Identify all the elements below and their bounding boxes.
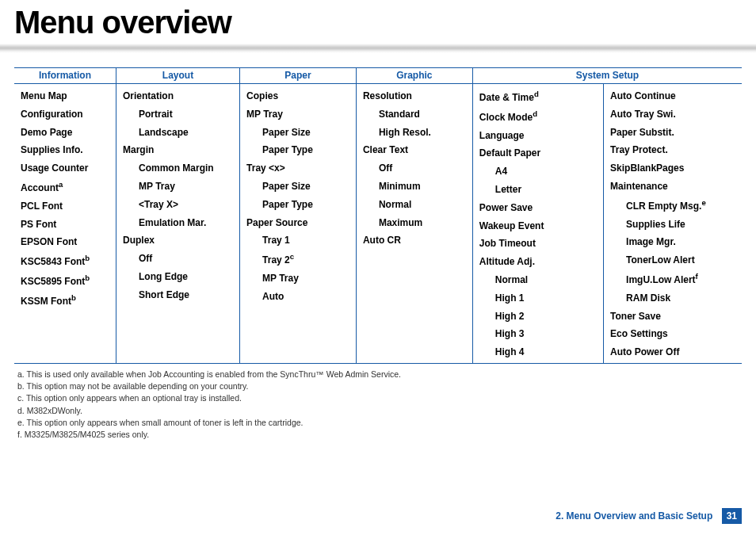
- footnotes: a. This is used only available when Job …: [17, 369, 742, 441]
- menu-item: Orientation: [123, 87, 233, 105]
- menu-item: Auto Tray Swi.: [610, 105, 735, 124]
- footnote: c. This option only appears when an opti…: [17, 392, 742, 404]
- footer-chapter: 2. Menu Overview and Basic Setup: [556, 510, 712, 522]
- menu-item: Off: [123, 250, 233, 268]
- page-title: Menu overview: [0, 0, 756, 44]
- menu-item: PS Font: [21, 216, 109, 234]
- col-system-2: Auto ContinueAuto Tray Swi.Paper Substit…: [604, 84, 742, 364]
- menu-item: High 2: [479, 308, 597, 326]
- menu-item: MP Tray: [246, 105, 349, 124]
- menu-item: Portrait: [123, 105, 233, 124]
- menu-item: Tray <x>: [246, 159, 349, 178]
- menu-item: <Tray X>: [123, 196, 233, 214]
- menu-table-area: Information Layout Paper Graphic System …: [14, 67, 742, 364]
- menu-item: Normal: [363, 196, 466, 214]
- menu-item: Auto Continue: [610, 87, 735, 105]
- col-information: Menu MapConfigurationDemo PageSupplies I…: [14, 84, 116, 364]
- menu-item: Supplies Info.: [21, 141, 109, 159]
- col-graphic: ResolutionStandardHigh Resol.Clear TextO…: [356, 84, 472, 364]
- menu-item: Copies: [246, 87, 349, 105]
- menu-item: Short Edge: [123, 286, 233, 304]
- menu-item: Paper Size: [246, 124, 349, 142]
- menu-item: Standard: [363, 105, 466, 124]
- menu-item: High 4: [479, 343, 597, 361]
- footnote: e. This option only appears when small a…: [17, 417, 742, 429]
- menu-item: Paper Type: [246, 141, 349, 159]
- menu-item: ImgU.Low Alertf: [610, 269, 735, 289]
- menu-item: TonerLow Alert: [610, 251, 735, 269]
- menu-item: Usage Counter: [21, 159, 109, 178]
- menu-item: KSSM Fontb: [21, 291, 109, 311]
- menu-item: Normal: [479, 271, 597, 289]
- col-layout: OrientationPortraitLandscapeMarginCommon…: [116, 84, 240, 364]
- col-header-paper: Paper: [240, 68, 357, 84]
- menu-item: Minimum: [363, 178, 466, 196]
- menu-item: Resolution: [363, 87, 466, 105]
- menu-item: RAM Disk: [610, 289, 735, 308]
- menu-item: Configuration: [21, 105, 109, 124]
- menu-item: High Resol.: [363, 124, 466, 142]
- menu-item: Landscape: [123, 124, 233, 142]
- menu-item: Maximum: [363, 214, 466, 232]
- col-header-system: System Setup: [472, 68, 742, 84]
- menu-item: EPSON Font: [21, 233, 109, 251]
- menu-item: Paper Size: [246, 178, 349, 196]
- menu-item: Accounta: [21, 178, 109, 197]
- menu-item: CLR Empty Msg.e: [610, 196, 735, 216]
- col-header-graphic: Graphic: [356, 68, 472, 84]
- footnote: f. M3325/M3825/M4025 series only.: [17, 429, 742, 441]
- footnote: d. M382xDWonly.: [17, 405, 742, 417]
- menu-item: Image Mgr.: [610, 233, 735, 251]
- menu-item: High 3: [479, 325, 597, 343]
- menu-item: Tray 1: [246, 231, 349, 250]
- menu-item: Altitude Adj.: [479, 253, 597, 271]
- menu-item: KSC5895 Fontb: [21, 271, 109, 291]
- page-footer: 2. Menu Overview and Basic Setup 31: [556, 508, 742, 524]
- footer-page-number: 31: [722, 508, 742, 524]
- menu-item: KSC5843 Fontb: [21, 251, 109, 271]
- menu-item: Long Edge: [123, 268, 233, 286]
- menu-item: Wakeup Event: [479, 217, 597, 235]
- col-header-information: Information: [14, 68, 116, 84]
- menu-item: Auto CR: [363, 231, 466, 250]
- col-system-1: Date & TimedClock ModedLanguageDefault P…: [472, 84, 603, 364]
- menu-item: Language: [479, 127, 597, 145]
- menu-item: Menu Map: [21, 87, 109, 105]
- menu-item: Common Margin: [123, 159, 233, 178]
- menu-item: Demo Page: [21, 124, 109, 142]
- title-underline: [0, 44, 756, 53]
- menu-item: Clear Text: [363, 141, 466, 159]
- menu-item: Margin: [123, 141, 233, 159]
- menu-item: Maintenance: [610, 178, 735, 196]
- menu-item: Supplies Life: [610, 216, 735, 234]
- menu-item: Emulation Mar.: [123, 214, 233, 232]
- menu-item: PCL Font: [21, 197, 109, 216]
- menu-item: High 1: [479, 289, 597, 308]
- menu-item: SkipBlankPages: [610, 159, 735, 178]
- menu-item: A4: [479, 162, 597, 181]
- menu-item: Default Paper: [479, 144, 597, 162]
- menu-item: Clock Moded: [479, 107, 597, 127]
- menu-item: Off: [363, 159, 466, 178]
- menu-item: Job Timeout: [479, 235, 597, 253]
- menu-table: Information Layout Paper Graphic System …: [14, 67, 742, 364]
- menu-item: Tray 2c: [246, 250, 349, 269]
- menu-item: Auto: [246, 288, 349, 306]
- menu-item: Paper Source: [246, 214, 349, 232]
- menu-item: Paper Substit.: [610, 124, 735, 142]
- menu-item: Duplex: [123, 231, 233, 250]
- col-header-layout: Layout: [116, 68, 240, 84]
- menu-item: MP Tray: [123, 178, 233, 196]
- menu-item: Tray Protect.: [610, 141, 735, 159]
- menu-item: Eco Settings: [610, 325, 735, 343]
- menu-item: Date & Timed: [479, 87, 597, 107]
- menu-item: Auto Power Off: [610, 343, 735, 361]
- menu-item: Paper Type: [246, 196, 349, 214]
- menu-item: Toner Save: [610, 308, 735, 326]
- footnote: b. This option may not be available depe…: [17, 380, 742, 392]
- col-paper: CopiesMP TrayPaper SizePaper TypeTray <x…: [240, 84, 357, 364]
- menu-item: MP Tray: [246, 269, 349, 288]
- footnote: a. This is used only available when Job …: [17, 369, 742, 380]
- menu-item: Power Save: [479, 199, 597, 217]
- menu-item: Letter: [479, 181, 597, 199]
